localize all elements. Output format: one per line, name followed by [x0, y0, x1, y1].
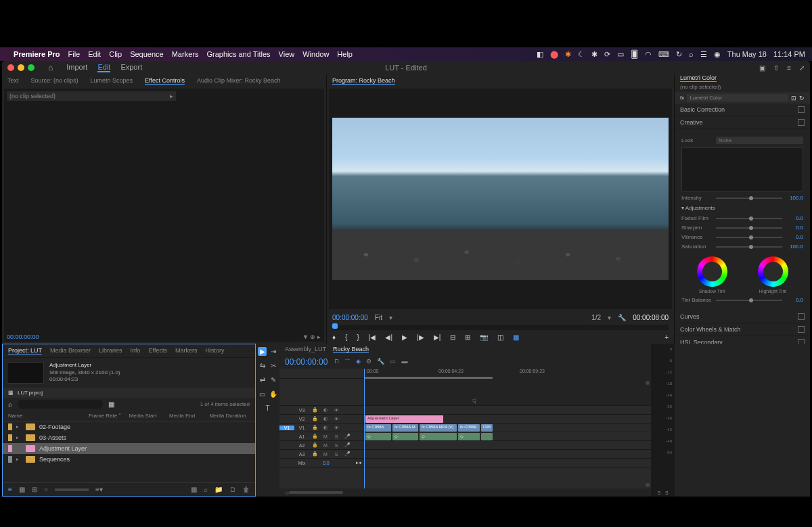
app-name[interactable]: Premiere Pro	[14, 50, 60, 58]
eye-icon[interactable]: 👁	[331, 426, 342, 430]
list-view-icon[interactable]: ≡	[8, 486, 12, 493]
intensity-value[interactable]: 100.0	[786, 195, 803, 201]
tab-source[interactable]: Source: (no clips)	[31, 77, 78, 84]
timeline-tracks[interactable]: :00:00 00:00:04:23 00:00:09:23 Adjustmen…	[364, 369, 651, 488]
ec-play-icon[interactable]: ▸	[170, 93, 173, 99]
step-fwd-icon[interactable]: |▶	[417, 334, 424, 341]
lock-icon[interactable]: 🔒	[309, 442, 320, 448]
display-icon[interactable]: ▭	[617, 50, 624, 59]
extract-icon[interactable]: ⊞	[465, 334, 470, 341]
search-input[interactable]	[18, 400, 103, 409]
track-a3[interactable]: A3	[294, 452, 309, 457]
tab-lumetri-scopes[interactable]: Lumetri Scopes	[91, 77, 133, 84]
tab-libraries[interactable]: Libraries	[99, 347, 122, 354]
col-name[interactable]: Name	[8, 413, 89, 419]
clip-audio[interactable]: ◇	[365, 433, 391, 440]
spotlight-icon[interactable]: ⌕	[689, 50, 694, 58]
track-a2[interactable]: A2	[294, 443, 309, 448]
voice-icon[interactable]: 🎤	[342, 451, 353, 457]
tab-program[interactable]: Program: Rocky Beach	[332, 77, 395, 85]
lum-effect-name[interactable]: Lumetri Color	[687, 94, 788, 101]
export-frame-icon[interactable]: 📷	[480, 334, 488, 341]
marker-icon[interactable]: ♦	[332, 334, 336, 341]
list-item[interactable]: Adjustment Layer	[3, 443, 255, 454]
lum-reset-icon[interactable]: ⊡	[791, 95, 796, 101]
update-icon[interactable]: ↻	[676, 50, 682, 59]
keyboard-icon[interactable]: ⌨	[658, 50, 669, 59]
tab-rocky-beach[interactable]: Rocky Beach	[333, 346, 369, 353]
list-item[interactable]: ▸Sequences	[3, 454, 255, 465]
track-v2[interactable]: V2	[294, 417, 309, 421]
tab-lumetri[interactable]: Lumetri Color	[680, 74, 717, 82]
type-tool-icon[interactable]: T	[263, 404, 272, 413]
sync-icon[interactable]: ⟳	[604, 50, 610, 59]
marker-add-icon[interactable]: ◈	[356, 358, 361, 367]
minimize-window[interactable]	[18, 64, 24, 71]
voice-icon[interactable]: 🎤	[342, 442, 353, 448]
menu-clip[interactable]: Clip	[109, 50, 122, 58]
track-a1[interactable]: A1	[294, 434, 309, 439]
tint-balance-value[interactable]: 0.0	[786, 297, 803, 303]
mute-icon[interactable]: M	[320, 434, 331, 439]
workspace-icon[interactable]: ▣	[759, 64, 765, 72]
lock-icon[interactable]: 🔒	[309, 434, 320, 439]
saturation-slider[interactable]	[716, 246, 782, 248]
bin-icon[interactable]: ▦	[8, 390, 14, 396]
slip-tool-icon[interactable]: ⇄	[258, 375, 267, 384]
out-point-icon[interactable]: }	[357, 334, 359, 341]
clip-audio[interactable]: ◇	[458, 433, 480, 440]
tab-history[interactable]: History	[205, 347, 224, 354]
tab-markers-panel[interactable]: Markers	[175, 347, 198, 354]
tab-effects[interactable]: Effects	[149, 347, 167, 354]
eye-icon[interactable]: 👁	[331, 417, 342, 421]
highlight-tint-wheel[interactable]	[758, 256, 788, 287]
menubar-time[interactable]: 11:14 PM	[773, 50, 805, 58]
add-button-icon[interactable]: +	[664, 334, 669, 341]
track-v1[interactable]: V1	[294, 426, 309, 430]
solo-r[interactable]: S	[665, 490, 669, 495]
mute-icon[interactable]: M	[320, 443, 331, 448]
clip-video[interactable]: fx C0566.MP4 [V]	[420, 424, 457, 432]
new-bin-icon[interactable]: 📁	[215, 486, 223, 493]
program-scrubber[interactable]	[332, 325, 669, 330]
new-item-icon[interactable]: 🗋	[229, 486, 236, 493]
shadow-tint-wheel[interactable]	[697, 256, 727, 287]
faded-film-value[interactable]: 0.0	[786, 215, 803, 221]
zoom-dropdown-icon[interactable]: ▾	[389, 314, 392, 321]
find-icon[interactable]: ⌕	[204, 486, 208, 493]
menu-sequence[interactable]: Sequence	[130, 50, 164, 58]
lock-icon[interactable]: 🔒	[309, 425, 320, 430]
tab-effect-controls[interactable]: Effect Controls	[145, 77, 185, 85]
snap-icon[interactable]: ⊓	[334, 358, 339, 367]
tab-project[interactable]: Project: LUT	[8, 347, 42, 354]
battery-icon[interactable]: 🂠	[631, 50, 638, 59]
lum-creative[interactable]: Creative	[675, 116, 810, 129]
clip-video[interactable]: C05	[481, 424, 493, 432]
list-item[interactable]: ▸02-Footage	[3, 421, 255, 432]
look-dropdown[interactable]: None	[716, 137, 803, 144]
menubar-date[interactable]: Thu May 18	[727, 50, 767, 58]
auto-bin-icon[interactable]: ▦	[191, 486, 197, 493]
playhead[interactable]	[364, 369, 365, 488]
tab-import[interactable]: Import	[66, 63, 87, 72]
menu-window[interactable]: Window	[302, 50, 329, 58]
moon-icon[interactable]: ☾	[578, 50, 585, 59]
tab-audio-mixer[interactable]: Audio Clip Mixer: Rocky Beach	[197, 77, 281, 84]
notif-icon[interactable]: ✱	[565, 50, 571, 59]
toggle-icon[interactable]: ◐	[320, 416, 331, 421]
fx-icon[interactable]: fx	[680, 95, 684, 101]
new-bin-icon[interactable]: ▦	[108, 400, 114, 408]
lock-icon[interactable]: 🔒	[309, 407, 320, 413]
solo-l[interactable]: S	[657, 490, 660, 495]
mute-icon[interactable]: M	[320, 452, 331, 457]
selection-tool-icon[interactable]: ▶	[258, 347, 267, 356]
project-filename[interactable]: LUT.prproj	[18, 390, 43, 396]
tab-info[interactable]: Info	[131, 347, 141, 354]
freeform-view-icon[interactable]: ⊞	[32, 486, 37, 493]
solo-icon[interactable]: S	[331, 434, 342, 439]
zoom-slider[interactable]	[55, 488, 89, 491]
solo-icon[interactable]: S	[331, 443, 342, 448]
goto-out-icon[interactable]: ▶|	[434, 334, 441, 341]
menu-file[interactable]: File	[68, 50, 80, 58]
vibrance-slider[interactable]	[716, 237, 782, 238]
